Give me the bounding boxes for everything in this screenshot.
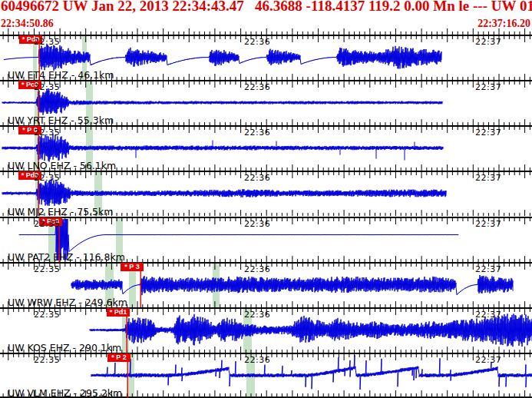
time-tick-label: 22:37 xyxy=(475,128,501,138)
trace-panel-yrt: UW YRT EHZ - 55.3km * Pc0 22:3522:3622:3… xyxy=(0,80,532,125)
phase-pick-label[interactable]: * P 3 xyxy=(121,263,144,271)
station-label: UW ET4 EHZ - 46.1km xyxy=(8,69,114,80)
time-tick-label: 22:37 xyxy=(475,173,501,183)
time-tick-label: 22:35 xyxy=(34,82,60,92)
event-header: 60496672 UW Jan 22, 2013 22:34:43.47 46.… xyxy=(0,0,532,35)
time-tick-label: 22:35 xyxy=(34,128,60,138)
station-label: UW LNO EHZ - 56.1km xyxy=(8,160,116,171)
trace-panel-vlm: UW VLM EHZ - 295.2km * P 2 22:3522:3622:… xyxy=(0,353,532,398)
event-summary-line: 60496672 UW Jan 22, 2013 22:34:43.47 46.… xyxy=(1,0,532,15)
station-label: UW MJ2 EHZ - 75.5km xyxy=(8,206,113,217)
time-tick-label: 22:36 xyxy=(244,37,270,47)
time-tick-label: 22:37 xyxy=(475,310,501,320)
station-label: UW WRW EHZ - 249.6km xyxy=(8,297,127,307)
station-label: UW VLM EHZ - 295.2km xyxy=(8,387,122,398)
seismic-review-window: 60496672 UW Jan 22, 2013 22:34:43.47 46.… xyxy=(0,0,532,398)
time-tick-label: 22:36 xyxy=(244,128,270,138)
trace-panel-kos: UW KOS EHZ - 290.1km * Pd1 22:3522:3622:… xyxy=(0,307,532,353)
time-tick-label: 22:35 xyxy=(34,37,60,47)
time-tick-label: 22:37 xyxy=(475,82,501,92)
trace-panel-pat2: UW PAT2 EHZ - 116.8km * Pc0 22:3522:3622… xyxy=(0,217,532,262)
trace-panel-et4: UW ET4 EHZ - 46.1km * Pd0 22:3522:3622:3… xyxy=(0,35,532,80)
time-tick-label: 22:35 xyxy=(34,310,60,320)
station-label: UW YRT EHZ - 55.3km xyxy=(8,114,114,125)
time-tick-label: 22:36 xyxy=(244,310,270,320)
trace-panel-lno: UW LNO EHZ - 56.1km * P 0 22:3522:3622:3… xyxy=(0,125,532,171)
time-tick-label: 22:37 xyxy=(475,219,501,229)
trace-panel-wrw: UW WRW EHZ - 249.6km * P 3 22:3522:3622:… xyxy=(0,262,532,307)
top-ruler-ticks xyxy=(0,28,532,35)
time-tick-label: 22:36 xyxy=(244,264,270,274)
phase-pick-label[interactable]: * Pd1 xyxy=(107,308,130,317)
time-tick-label: 22:36 xyxy=(244,219,270,229)
time-tick-label: 22:37 xyxy=(475,37,501,47)
trace-panel-mj2: UW MJ2 EHZ - 75.5km * Pd0 22:3522:3622:3… xyxy=(0,171,532,216)
time-tick-label: 22:37 xyxy=(475,264,501,274)
time-tick-label: 22:35 xyxy=(34,264,60,274)
time-tick-label: 22:35 xyxy=(34,355,60,365)
time-tick-label: 22:35 xyxy=(34,173,60,183)
time-tick-label: 22:37 xyxy=(475,355,501,365)
time-tick-label: 22:36 xyxy=(244,173,270,183)
phase-pick-label[interactable]: * P 2 xyxy=(107,353,131,362)
time-tick-label: 22:35 xyxy=(34,219,60,229)
station-label: UW KOS EHZ - 290.1km xyxy=(8,342,121,353)
trace-panels: UW ET4 EHZ - 46.1km * Pd0 22:3522:3622:3… xyxy=(0,35,532,398)
time-tick-label: 22:36 xyxy=(244,82,270,92)
station-label: UW PAT2 EHZ - 116.8km xyxy=(8,251,125,262)
time-tick-label: 22:36 xyxy=(244,355,270,365)
